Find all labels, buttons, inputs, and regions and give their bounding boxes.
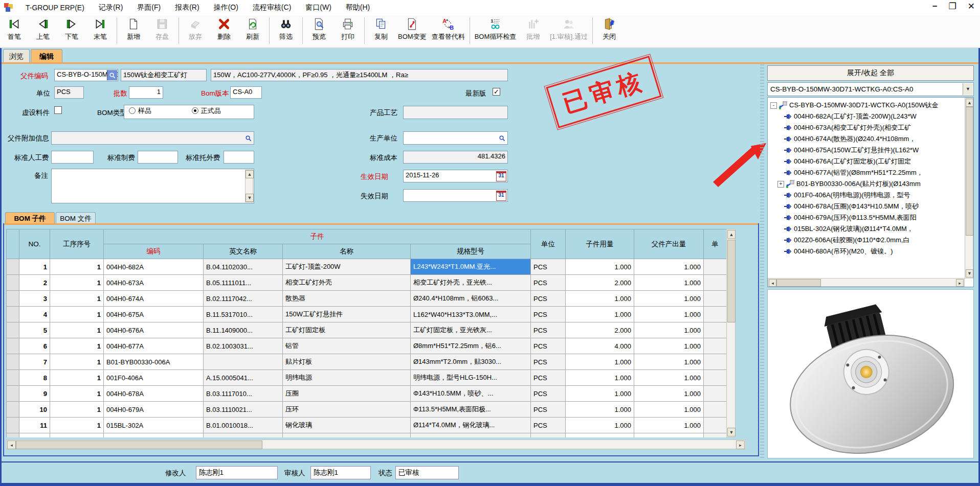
view-substitute-button[interactable]: AB 查看替代料 xyxy=(429,16,467,42)
collapse-icon[interactable]: - xyxy=(770,102,777,109)
cell-qty[interactable]: 1.000 xyxy=(566,418,634,433)
cell-spec[interactable]: Ø8mm*H51*T2.25mm，铝6... xyxy=(411,338,531,354)
tree-item[interactable]: 004H0-673A(相变工矿灯外壳)(相变工矿 xyxy=(769,122,964,133)
table-row[interactable]: 91004H0-678AB.03.1117010...压圈Φ143*H10.5M… xyxy=(7,386,727,402)
bom-change-button[interactable]: BOM变更 xyxy=(395,16,429,42)
cell-spec[interactable]: 相变工矿灯外壳，亚光铁... xyxy=(411,275,531,291)
virtual-part-checkbox[interactable] xyxy=(54,106,62,114)
table-row[interactable]: 61004H0-677AB.02.1003031...铝管Ø8mm*H51*T2… xyxy=(7,338,727,354)
cell-en-name[interactable]: B.03.1110021... xyxy=(204,402,283,418)
cell-unit[interactable]: PCS xyxy=(531,354,566,370)
tree-item[interactable]: 004H0-675A(150W工矿灯悬挂件)(L162*W xyxy=(769,145,964,156)
discard-button[interactable]: 放弃 xyxy=(181,16,210,42)
tree-item[interactable]: +B01-BYB00330-006A(贴片灯板)(Ø143mm xyxy=(769,178,964,190)
col-header-en-name[interactable]: 英文名称 xyxy=(204,244,283,259)
cell-qty[interactable]: 2.000 xyxy=(566,322,634,338)
search-icon[interactable] xyxy=(243,132,253,144)
cell-parent-qty[interactable]: 1.000 xyxy=(634,322,704,338)
table-vertical-scrollbar[interactable]: ▲ ▼ xyxy=(726,229,736,437)
cell-name[interactable]: 明纬电源 xyxy=(283,370,411,386)
tree-vertical-scrollbar[interactable]: ▲ ▼ xyxy=(965,98,973,279)
latest-version-checkbox[interactable]: ✓ xyxy=(493,88,500,96)
cell-en-name[interactable]: B.11.5317010... xyxy=(204,307,283,322)
remark-scrollbar[interactable]: ▲ ▼ xyxy=(245,170,253,202)
cell-en-name[interactable]: B.12.0540000... xyxy=(204,433,283,438)
row-selector[interactable] xyxy=(7,338,19,354)
cell-parent-qty[interactable]: 1.000 xyxy=(634,386,704,402)
cell-code[interactable]: B01-BYB00330-006A xyxy=(104,354,204,370)
row-selector[interactable] xyxy=(7,386,19,402)
row-selector[interactable] xyxy=(7,291,19,307)
cell-extra[interactable] xyxy=(704,386,727,402)
cell-en-name[interactable]: B.02.1117042... xyxy=(204,291,283,307)
menu-app[interactable]: T-GROUP ERP(E) xyxy=(18,4,92,12)
row-selector[interactable] xyxy=(7,402,19,418)
col-header-seq[interactable]: 工序序号 xyxy=(50,229,104,259)
cell-seq[interactable]: 1 xyxy=(50,354,104,370)
delete-button[interactable]: 删除 xyxy=(210,16,238,42)
expire-date-field[interactable]: 31 xyxy=(403,189,508,202)
cell-parent-qty[interactable]: 1.000 xyxy=(634,433,704,438)
cell-en-name[interactable]: A.15.0005041... xyxy=(204,370,283,386)
cell-seq[interactable]: 1 xyxy=(50,386,104,402)
cell-seq[interactable]: 1 xyxy=(50,338,104,354)
panel-splitter[interactable] xyxy=(760,64,764,458)
table-row[interactable]: 101004H0-679AB.03.1110021...压环Φ113.5*H5M… xyxy=(7,402,727,418)
cell-unit[interactable]: PCS xyxy=(531,291,566,307)
row-selector[interactable] xyxy=(7,259,19,275)
bom-type-sample-radio[interactable]: 样品 xyxy=(129,107,151,114)
cell-qty[interactable]: 1.000 xyxy=(566,354,634,370)
row-selector[interactable] xyxy=(7,418,19,433)
tab-bom-files[interactable]: BOM 文件 xyxy=(56,212,96,224)
cell-no[interactable]: 3 xyxy=(19,291,50,307)
close-form-button[interactable]: 关闭 xyxy=(595,16,623,42)
preview-button[interactable]: 预览 xyxy=(305,16,333,42)
cell-qty[interactable]: 1.000 xyxy=(566,259,634,275)
cell-unit[interactable]: PCS xyxy=(531,433,566,438)
audit-pass-button[interactable]: [1.审核].通过 xyxy=(547,16,590,42)
cell-extra[interactable] xyxy=(704,418,727,433)
tree-item[interactable]: 004H0-679A(压环)(Φ113.5*H5MM,表面阳 xyxy=(769,212,964,223)
table-horizontal-scrollbar[interactable]: ◂ ▸ xyxy=(6,439,746,449)
col-header-no[interactable]: NO. xyxy=(19,229,50,259)
cell-spec[interactable]: L243*W243*T1.0MM.亚光... xyxy=(411,259,531,275)
cell-code[interactable]: 001F0-406A xyxy=(104,370,204,386)
next-record-button[interactable]: 下笔 xyxy=(57,16,86,42)
cell-extra[interactable] xyxy=(704,307,727,322)
std-mfg-field[interactable] xyxy=(138,151,178,164)
cell-en-name[interactable]: B.05.1111011... xyxy=(204,275,283,291)
filter-button[interactable]: 筛选 xyxy=(272,16,300,42)
cell-name[interactable]: 150W工矿灯悬挂件 xyxy=(283,307,411,322)
tab-bom-children[interactable]: BOM 子件 xyxy=(5,212,55,224)
tree-item[interactable]: 004H0-678A(压圈)(Φ143*H10.5MM，喷砂 xyxy=(769,201,964,212)
table-row[interactable]: 71B01-BYB00330-006A贴片灯板Ø143mm*T2.0mm，贴30… xyxy=(7,354,727,370)
col-header-spec[interactable]: 规格型号 xyxy=(411,244,531,259)
cell-no[interactable]: 12 xyxy=(19,433,50,438)
cell-name[interactable]: 工矿灯固定板 xyxy=(283,322,411,338)
cell-qty[interactable]: 1.000 xyxy=(566,402,634,418)
menu-report[interactable]: 报表(R) xyxy=(168,3,206,12)
cell-qty[interactable]: 4.000 xyxy=(566,338,634,354)
cell-code[interactable]: 015BL-302A xyxy=(104,418,204,433)
menu-window[interactable]: 窗口(W) xyxy=(298,3,339,12)
cell-en-name[interactable]: B.01.0010018... xyxy=(204,418,283,433)
new-button[interactable]: 新增 xyxy=(119,16,148,42)
cell-spec[interactable]: 工矿灯固定板，亚光铁灰... xyxy=(411,322,531,338)
cell-spec[interactable]: L162*W40*H133*T3.0MM,... xyxy=(411,307,531,322)
tree-item[interactable]: 004H0-676A(工矿灯固定板)(工矿灯固定 xyxy=(769,156,964,167)
prod-unit-field[interactable] xyxy=(403,131,508,145)
print-button[interactable]: 打印 xyxy=(333,16,362,42)
col-header-name[interactable]: 名称 xyxy=(283,244,411,259)
save-button[interactable]: 存盘 xyxy=(148,16,176,42)
cell-no[interactable]: 8 xyxy=(19,370,50,386)
table-row[interactable]: 51004H0-676AB.11.1409000...工矿灯固定板工矿灯固定板，… xyxy=(7,322,727,338)
table-row[interactable]: 121002Z0-606AB.12.0540000...硅胶圈Φ110*Φ2.0… xyxy=(7,433,727,438)
cell-spec[interactable]: Φ110*Φ2.0，白色硅胶... xyxy=(411,433,531,438)
cell-spec[interactable]: Ø114*T4.0MM，钢化玻璃... xyxy=(411,418,531,433)
cell-seq[interactable]: 1 xyxy=(50,291,104,307)
cell-code[interactable]: 004H0-673A xyxy=(104,275,204,291)
col-header-unit[interactable]: 单位 xyxy=(531,229,566,259)
cell-en-name[interactable] xyxy=(204,354,283,370)
bom-version-dropdown[interactable]: CS-BYB-O-150MW-30D71-WCTKG-A0:CS-A0 ▼ xyxy=(767,82,974,96)
menu-flow-audit[interactable]: 流程审核(C) xyxy=(246,3,298,12)
